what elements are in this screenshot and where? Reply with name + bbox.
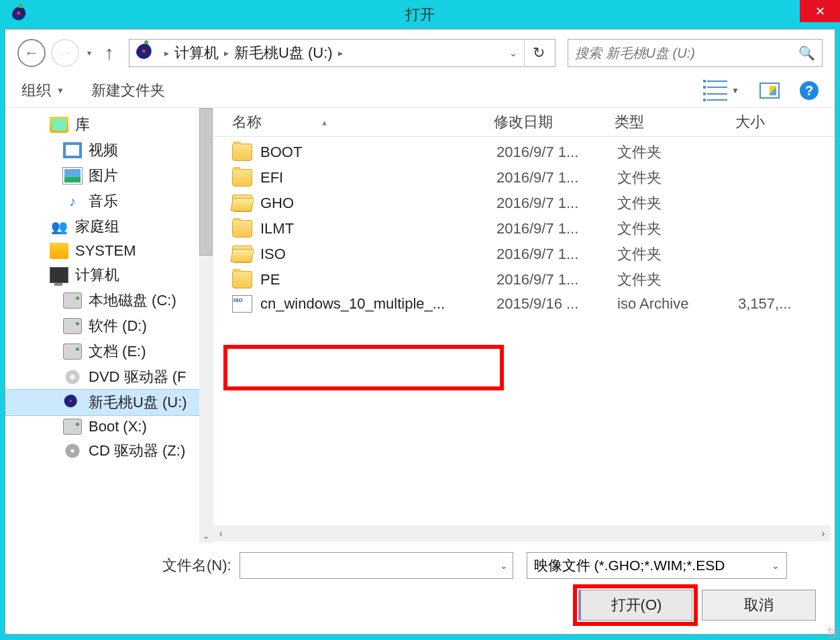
chevron-down-icon: ▼ (56, 86, 64, 95)
file-name: PE (260, 271, 496, 288)
file-size: 3,157,... (738, 295, 792, 313)
tree-item-drive-u[interactable]: 新毛桃U盘 (U:) (5, 390, 200, 415)
column-type[interactable]: 类型 (615, 112, 735, 132)
tree-label: 家庭组 (75, 217, 119, 237)
help-button[interactable]: ? (800, 81, 819, 100)
search-input[interactable] (575, 46, 798, 61)
view-mode-button[interactable] (707, 81, 727, 101)
column-name[interactable]: 名称▴ (232, 112, 494, 132)
drive-icon (63, 318, 82, 334)
video-icon (63, 142, 82, 158)
history-dropdown[interactable]: ▾ (85, 48, 94, 58)
tree-item-videos[interactable]: 视频 (5, 138, 200, 163)
app-icon (12, 7, 28, 23)
breadcrumb-drive[interactable]: 新毛桃U盘 (U:) (234, 43, 333, 63)
organize-label: 组织 (21, 81, 51, 101)
column-size[interactable]: 大小 (735, 112, 765, 132)
tree-item-computer[interactable]: 计算机 (5, 262, 200, 288)
view-dropdown[interactable]: ▼ (731, 86, 739, 95)
title-bar: 打开 ✕ (0, 0, 840, 29)
file-row[interactable]: EFI2016/9/7 1...文件夹 (213, 165, 835, 191)
search-icon[interactable]: 🔍 (798, 45, 815, 61)
tree-scrollbar[interactable]: ⌄ (199, 108, 213, 543)
toolbar: 组织▼ 新建文件夹 ▼ ? (5, 74, 835, 108)
organize-menu[interactable]: 组织▼ (21, 81, 64, 101)
tree-label: 新毛桃U盘 (U:) (89, 392, 187, 413)
peach-icon (63, 394, 82, 411)
scroll-down-icon[interactable]: ⌄ (199, 529, 213, 543)
new-folder-button[interactable]: 新建文件夹 (91, 81, 165, 101)
tree-item-drive-d[interactable]: 软件 (D:) (5, 313, 200, 339)
tree-item-pictures[interactable]: 图片 (5, 163, 200, 189)
refresh-button[interactable]: ↻ (524, 39, 552, 67)
file-name: GHO (260, 195, 496, 212)
tree-item-drive-c[interactable]: 本地磁盘 (C:) (5, 288, 200, 313)
close-button[interactable]: ✕ (800, 0, 840, 22)
chevron-down-icon: ⌄ (509, 48, 517, 58)
column-headers: 名称▴ 修改日期 类型 大小 (213, 108, 835, 137)
libraries-icon (50, 117, 68, 133)
tree-label: DVD 驱动器 (F (89, 367, 186, 387)
tree-item-libraries[interactable]: 库 (5, 112, 200, 138)
file-type: 文件夹 (617, 219, 738, 239)
file-date: 2016/9/7 1... (496, 271, 617, 288)
tree-item-dvd-f[interactable]: DVD 驱动器 (F (5, 364, 200, 390)
breadcrumb-computer[interactable]: 计算机 (174, 43, 219, 63)
sort-ascending-icon: ▴ (322, 117, 327, 127)
open-button[interactable]: 打开(O) (578, 590, 692, 621)
resize-grip[interactable] (828, 628, 839, 639)
navigation-tree: 库 视频 图片 ♪音乐 👥家庭组 SYSTEM 计算机 本地磁盘 (C:) 软件… (5, 108, 213, 543)
scrollbar-track[interactable] (228, 527, 816, 539)
filename-input[interactable] (240, 552, 513, 579)
music-icon: ♪ (63, 193, 82, 209)
file-date: 2016/9/7 1... (496, 246, 617, 263)
back-button[interactable]: ← (17, 39, 46, 67)
chevron-down-icon: ▾ (87, 48, 91, 58)
file-list-panel: 名称▴ 修改日期 类型 大小 BOOT2016/9/7 1...文件夹EFI20… (213, 108, 835, 543)
search-box[interactable]: 🔍 (568, 39, 823, 67)
picture-icon (63, 168, 82, 184)
column-date[interactable]: 修改日期 (494, 112, 615, 132)
file-date: 2015/9/16 ... (496, 295, 617, 313)
tree-label: 文档 (E:) (89, 341, 146, 362)
navigation-row: ← → ▾ ↑ ▸ 计算机 ▸ 新毛桃U盘 (U:) ▸ ⌄ ↻ 🔍 (5, 30, 835, 74)
file-row[interactable]: cn_windows_10_multiple_...2015/9/16 ...i… (213, 292, 835, 315)
preview-pane-button[interactable] (759, 83, 780, 99)
tree-label: CD 驱动器 (Z:) (89, 441, 185, 461)
computer-icon (50, 267, 68, 283)
file-row[interactable]: BOOT2016/9/7 1...文件夹 (213, 140, 835, 165)
filename-label: 文件名(N): (162, 555, 231, 576)
address-dropdown[interactable]: ⌄ (503, 48, 524, 58)
filename-dropdown[interactable]: ⌄ (500, 560, 508, 571)
chevron-down-icon: ▼ (731, 86, 739, 95)
file-type: 文件夹 (617, 244, 738, 264)
forward-button[interactable]: → (51, 39, 79, 67)
drive-icon (63, 343, 82, 360)
bottom-panel: 文件名(N): ⌄ 映像文件 (*.GHO;*.WIM;*.ESD ⌄ 打开(O… (5, 543, 835, 634)
tree-item-cd-z[interactable]: CD 驱动器 (Z:) (5, 438, 200, 464)
file-row[interactable]: PE2016/9/7 1...文件夹 (213, 267, 835, 292)
scroll-left-icon[interactable]: ‹ (213, 526, 228, 541)
file-name: cn_windows_10_multiple_... (260, 295, 496, 313)
file-row[interactable]: ISO2016/9/7 1...文件夹 (213, 242, 835, 267)
arrow-right-icon: → (58, 44, 72, 62)
tree-item-boot-x[interactable]: Boot (X:) (5, 415, 200, 438)
file-row[interactable]: ILMT2016/9/7 1...文件夹 (213, 216, 835, 242)
file-row[interactable]: GHO2016/9/7 1...文件夹 (213, 191, 835, 216)
tree-item-music[interactable]: ♪音乐 (5, 189, 200, 214)
up-button[interactable]: ↑ (99, 42, 119, 64)
file-type: 文件夹 (617, 270, 738, 290)
file-filter-select[interactable]: 映像文件 (*.GHO;*.WIM;*.ESD ⌄ (527, 552, 787, 579)
scroll-right-icon[interactable]: › (816, 526, 831, 541)
iso-icon (232, 295, 252, 313)
tree-item-homegroup[interactable]: 👥家庭组 (5, 214, 200, 239)
address-bar[interactable]: ▸ 计算机 ▸ 新毛桃U盘 (U:) ▸ ⌄ ↻ (129, 39, 556, 67)
scrollbar-thumb[interactable] (199, 108, 213, 256)
tree-item-system[interactable]: SYSTEM (5, 239, 200, 262)
system-icon (50, 243, 68, 259)
file-type: 文件夹 (617, 168, 738, 188)
cancel-button[interactable]: 取消 (702, 590, 816, 621)
horizontal-scrollbar[interactable]: ‹ › (213, 525, 831, 541)
filter-label: 映像文件 (*.GHO;*.WIM;*.ESD (534, 556, 725, 575)
tree-item-drive-e[interactable]: 文档 (E:) (5, 339, 200, 364)
